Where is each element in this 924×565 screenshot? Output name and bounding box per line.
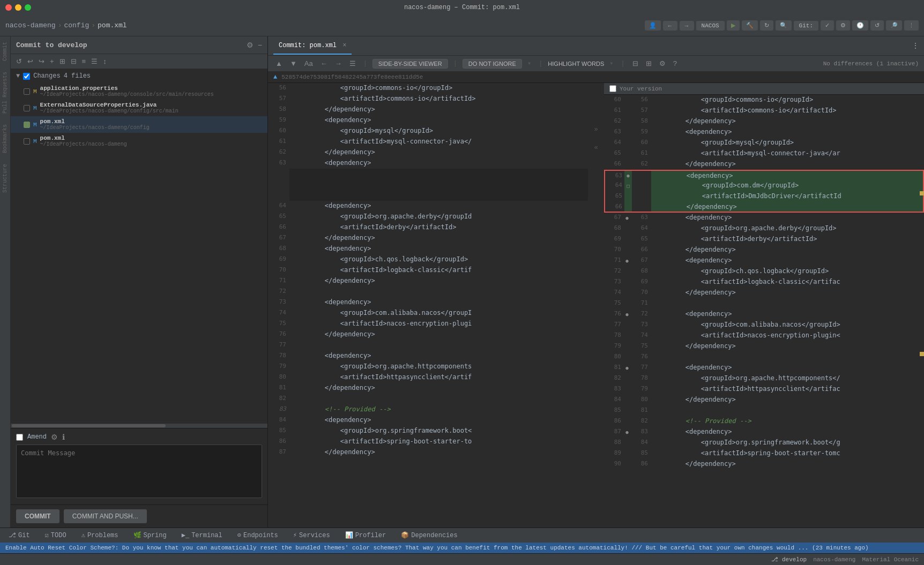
settings-btn[interactable]: ⚙ (836, 20, 850, 31)
commit-button[interactable]: COMMIT (16, 509, 59, 523)
highlight-words-btn[interactable]: HIGHLIGHT WORDS (548, 61, 604, 67)
view-btn[interactable]: ≡ (81, 56, 87, 66)
refresh-btn[interactable]: ↺ (15, 56, 23, 66)
minimize-panel-btn[interactable]: − (258, 41, 262, 49)
breadcrumb-project[interactable]: nacos-dameng (5, 21, 56, 29)
your-version-checkbox[interactable] (609, 85, 616, 92)
next-diff-btn[interactable]: ▼ (288, 58, 299, 69)
right-left-line-num: 86 (604, 416, 623, 427)
right-line-content: <artifactId>mysql-connector-java</ar (650, 148, 924, 159)
file-item[interactable]: M pom.xml ~/IdeaProjects/nacos-dameng/co… (11, 116, 267, 133)
file-checkbox[interactable] (24, 88, 30, 95)
git-tab[interactable]: ⎇ Git (5, 529, 33, 541)
diff-tab-pom[interactable]: Commit: pom.xml × (273, 37, 352, 55)
diff-btn[interactable]: ⊞ (58, 56, 66, 66)
notification-bar: Enable Auto Reset Color Scheme?: Do you … (0, 543, 924, 553)
do-not-ignore-btn[interactable]: DO NOT IGNORE (463, 59, 522, 69)
diff-left-line: 66 <artifactId>derby</artifactId> (268, 222, 588, 233)
highlight-btn[interactable]: Aa (302, 58, 315, 69)
right-right-line-num: 82 (631, 416, 650, 427)
file-checkbox[interactable] (24, 122, 30, 128)
line-content: <artifactId>nacos-encryption-plugi (289, 319, 588, 329)
changes-select-all[interactable] (23, 73, 30, 80)
left-scroll[interactable] (11, 424, 267, 428)
check-btn[interactable]: ✓ (821, 20, 834, 31)
grid-view-btn[interactable]: ⊞ (644, 58, 654, 69)
right-left-line-num: 81 (604, 363, 623, 373)
services-tab[interactable]: ⚡ Services (290, 529, 333, 541)
dependencies-tab[interactable]: 📦 Dependencies (398, 529, 460, 541)
left-arrow-btn[interactable]: ← (318, 58, 330, 69)
amend-checkbox[interactable] (16, 434, 23, 441)
file-checkbox[interactable] (24, 105, 30, 111)
diff-right-scroll[interactable]: 60 56 <groupId>commons-io</groupId> 61 5… (604, 95, 924, 528)
todo-tab[interactable]: ☑ TODO (42, 529, 70, 541)
diff-left-line: 57 <artifactId>commons-io</artifactId> (268, 94, 588, 104)
file-item[interactable]: M ExternalDataSourceProperties.java ~/Id… (11, 100, 267, 116)
commit-sidebar-icon[interactable]: Commit (2, 42, 8, 61)
user-icon-btn[interactable]: 👤 (645, 20, 661, 31)
structure-sidebar-icon[interactable]: Structure (2, 164, 8, 193)
diff-tab-close[interactable]: × (342, 42, 346, 49)
split-view-btn[interactable]: ⊟ (630, 58, 640, 69)
undo-changes-btn[interactable]: ↩ (26, 56, 34, 66)
amend-info-btn[interactable]: ℹ (62, 433, 65, 441)
close-button[interactable] (5, 4, 12, 11)
diff-settings-btn[interactable]: ⚙ (657, 58, 668, 69)
expand-btn[interactable]: ⊟ (70, 56, 78, 66)
list-btn[interactable]: ☰ (347, 58, 358, 69)
build-btn[interactable]: 🔨 (742, 20, 758, 31)
line-marker (623, 148, 631, 159)
right-line-content (650, 298, 924, 309)
diff-right-panel: Your version 60 56 <groupId>commons-io</… (604, 83, 924, 528)
diff-left-scroll[interactable]: 56 <groupId>commons-io</groupId> 57 <art… (268, 83, 588, 528)
right-arrow-btn[interactable]: → (333, 58, 344, 69)
file-checkbox[interactable] (24, 138, 30, 145)
endpoints-tab[interactable]: ⊙ Endpoints (234, 529, 281, 541)
line-marker (623, 352, 631, 363)
branch-indicator[interactable]: ⎇ develop (771, 556, 807, 563)
pull-requests-icon[interactable]: Pull Requests (2, 72, 8, 114)
redo-changes-btn[interactable]: ↪ (38, 56, 46, 66)
sync-btn[interactable]: ↻ (760, 20, 773, 31)
run-btn[interactable]: ▶ (727, 20, 740, 31)
more-options-icon[interactable]: ⋮ (912, 42, 919, 50)
bookmarks-sidebar-icon[interactable]: Bookmarks (2, 124, 8, 153)
forward-btn[interactable]: → (680, 21, 694, 31)
settings-gear-btn[interactable]: ⚙ (247, 41, 254, 49)
changes-arrow[interactable]: ▼ (16, 72, 20, 80)
maximize-button[interactable] (25, 4, 31, 11)
undo-btn[interactable]: ↺ (870, 20, 884, 31)
commit-and-push-button[interactable]: COMMIT AND PUSH... (64, 509, 147, 523)
sort-btn[interactable]: ↕ (102, 56, 108, 66)
actions-btn[interactable]: ⋮ (904, 20, 919, 31)
line-content (289, 190, 588, 201)
expand-all-left-icon[interactable]: » (594, 126, 598, 133)
file-item[interactable]: M application.properties ~/IdeaProjects/… (11, 83, 267, 100)
profiler-tab[interactable]: 📊 Profiler (342, 529, 390, 541)
breadcrumb-file[interactable]: pom.xml (98, 21, 127, 29)
diff-help-btn[interactable]: ? (671, 58, 679, 69)
terminal-tab[interactable]: ▶_ Terminal (178, 529, 226, 541)
line-marker (623, 95, 631, 106)
expand-all-right-icon[interactable]: « (594, 144, 598, 152)
diff-right-line: 90 86 </dependency> (604, 459, 924, 470)
search-everywhere-btn[interactable]: 🔎 (886, 20, 902, 31)
amend-settings-btn[interactable]: ⚙ (51, 433, 58, 441)
right-line-content: </dependency> (650, 341, 924, 352)
navigate-up-icon[interactable]: ▲ (273, 73, 277, 81)
history-btn[interactable]: 🕐 (852, 20, 868, 31)
side-by-side-btn[interactable]: SIDE-BY-SIDE VIEWER (372, 59, 448, 69)
filter-btn[interactable]: ☰ (90, 56, 99, 66)
right-right-line-num (632, 202, 651, 212)
prev-diff-btn[interactable]: ▲ (273, 58, 285, 69)
file-item[interactable]: M pom.xml ~/IdeaProjects/nacos-dameng (11, 133, 267, 149)
back-btn[interactable]: ← (663, 21, 677, 31)
search-btn[interactable]: 🔍 (776, 20, 792, 31)
add-btn[interactable]: + (49, 56, 55, 66)
spring-tab[interactable]: 🌿 Spring (130, 529, 170, 541)
problems-tab[interactable]: ⚠ Problems (78, 529, 122, 541)
minimize-button[interactable] (15, 4, 21, 11)
breadcrumb-module[interactable]: config (64, 21, 89, 29)
commit-message-textarea[interactable] (16, 445, 262, 498)
